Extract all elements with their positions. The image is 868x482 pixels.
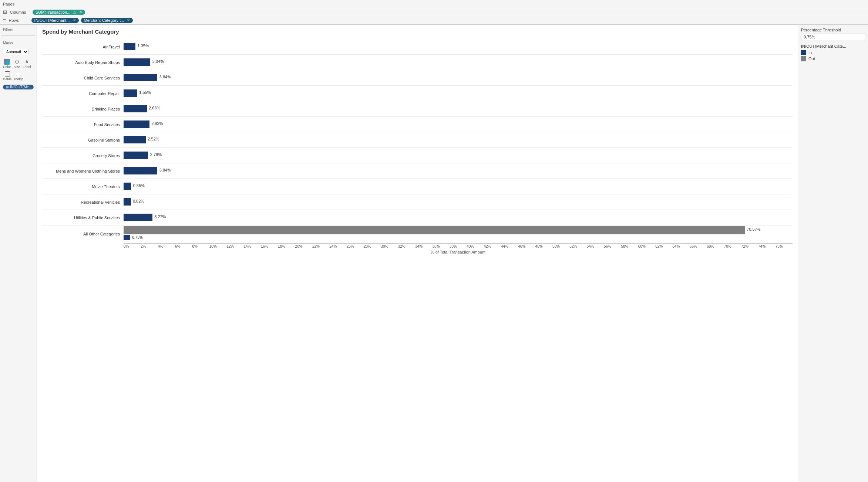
marks-type-select[interactable]: Automatic Bar Line (3, 49, 29, 55)
x-axis-label: 40% (467, 244, 484, 248)
bar-in (124, 183, 131, 190)
rows-label: Rows (9, 18, 29, 23)
x-axis-label: 34% (415, 244, 432, 248)
x-axis-label: 18% (278, 244, 295, 248)
bar-value-label: 3.84% (159, 75, 171, 79)
chart-title: Spend by Merchant Category (42, 28, 793, 35)
x-axis-label: 8% (192, 244, 209, 248)
x-axis-label: 20% (295, 244, 312, 248)
sidebar: Filters Marks Automatic Bar Line Color S… (0, 25, 37, 482)
bar-value-label: 2.79% (150, 152, 162, 157)
bar-category-label: Auto Body Repair Shops (42, 60, 124, 65)
bar-value-label: 2.93% (151, 121, 163, 126)
bar-value-label: 3.04% (152, 59, 164, 64)
bar-category-label: Mens and Womens Clothing Stores (42, 169, 124, 173)
bar-out-value: 70.57% (747, 227, 760, 231)
bar-in (124, 89, 137, 97)
bar-container: 0.85% (124, 181, 793, 192)
bar-container: 2.52% (124, 135, 793, 145)
x-axis-label: 50% (552, 244, 569, 248)
bar-container: 1.55% (124, 88, 793, 99)
bar-value-label: 3.84% (159, 168, 171, 172)
bar-row: Recreational Vehicles0.82% (42, 194, 793, 210)
rows-pill2[interactable]: Merchant Category t... ✕ (81, 18, 133, 23)
legend-out: Out (801, 56, 865, 61)
x-axis-label: 72% (741, 244, 758, 248)
x-axis-label: 46% (518, 244, 535, 248)
bar-category-label: Drinking Places (42, 107, 124, 111)
param-label: Percentage Threshold (801, 28, 865, 32)
bar-category-label: Utilities & Public Services (42, 215, 124, 220)
marks-tooltip[interactable]: Tooltip (14, 71, 23, 81)
bar-in (124, 74, 157, 81)
bar-in (124, 167, 157, 174)
bar-container: 2.79% (124, 150, 793, 161)
bar-container: 2.63% (124, 104, 793, 114)
bar-value-label: 2.52% (148, 137, 159, 141)
param-input[interactable] (801, 34, 865, 40)
bar-value-label: 0.82% (133, 199, 144, 203)
x-axis-label: 10% (209, 244, 226, 248)
bar-container: 3.04% (124, 57, 793, 68)
bar-in (124, 214, 152, 221)
x-axis-label: 22% (312, 244, 329, 248)
chart-wrapper: Air Travel1.35%Auto Body Repair Shops3.0… (42, 39, 793, 254)
x-axis-label: 42% (484, 244, 501, 248)
bar-row: Gasoline Stations2.52% (42, 132, 793, 148)
marks-size[interactable]: Size (13, 59, 21, 69)
bar-container: 0.82% (124, 197, 793, 207)
marks-label[interactable]: A Label (23, 59, 31, 69)
bar-category-label: Child Care Services (42, 76, 124, 80)
bar-in (124, 136, 146, 143)
bar-in (124, 58, 150, 66)
x-axis-title: % of Total Transaction Amount (124, 250, 793, 254)
chart-area: Spend by Merchant Category Air Travel1.3… (37, 25, 798, 482)
bar-value-label: 0.85% (133, 183, 145, 188)
x-axis-label: 66% (690, 244, 707, 248)
columns-label: Columns (10, 10, 30, 14)
legend-in-label: In (808, 50, 812, 55)
x-axis-label: 0% (124, 244, 141, 248)
marks-color[interactable]: Color (3, 59, 11, 69)
bar-row: Drinking Places2.63% (42, 101, 793, 117)
bar-category-label: Movie Theaters (42, 184, 124, 189)
x-axis-label: 44% (501, 244, 518, 248)
bar-row: Air Travel1.35% (42, 39, 793, 55)
bar-value-label: 2.63% (149, 106, 160, 110)
x-axis-label: 54% (587, 244, 604, 248)
bar-row: Auto Body Repair Shops3.04% (42, 55, 793, 70)
bar-category-label: Air Travel (42, 45, 124, 49)
legend-in-color (801, 50, 806, 55)
bar-container: 3.27% (124, 213, 793, 223)
bar-row: Movie Theaters0.85% (42, 179, 793, 194)
bar-out (124, 226, 745, 234)
bar-value-label: 1.55% (139, 90, 151, 95)
columns-pill[interactable]: SUM(Transaction... △ ✕ (33, 10, 85, 15)
x-axis-label: 4% (158, 244, 175, 248)
bar-in (124, 120, 149, 128)
x-axis-label: 76% (776, 244, 793, 248)
x-axis-label: 48% (535, 244, 552, 248)
legend-title: IN/OUT(Merchant Cate... (801, 44, 865, 48)
bar-row: All Other Categories70.57%0.75% (42, 225, 793, 242)
x-axis-label: 38% (450, 244, 467, 248)
marks-label: Marks (1, 40, 35, 46)
rows-pill1[interactable]: IN/OUT(Merchant... ✕ (31, 18, 79, 23)
x-axis-label: 26% (347, 244, 364, 248)
bar-row: Computer Repair1.55% (42, 86, 793, 101)
bar-in-value: 0.75% (132, 235, 142, 240)
pages-label: Pages (3, 2, 23, 6)
bar-in (124, 152, 148, 159)
x-axis-label: 24% (329, 244, 346, 248)
color-pill[interactable]: ⊞ IN/OUT(Me... ✕ (3, 85, 34, 89)
x-axis-label: 58% (621, 244, 638, 248)
marks-detail[interactable]: Detail (3, 71, 11, 81)
x-axis-label: 6% (175, 244, 192, 248)
x-axis-label: 14% (244, 244, 261, 248)
bar-in (124, 198, 131, 206)
bar-category-label: Grocery Stores (42, 153, 124, 158)
bar-category-label: Computer Repair (42, 91, 124, 96)
x-axis: 0%2%4%6%8%10%12%14%16%18%20%22%24%26%28%… (124, 243, 793, 248)
x-axis-label: 16% (261, 244, 278, 248)
bar-row: Child Care Services3.84% (42, 70, 793, 86)
